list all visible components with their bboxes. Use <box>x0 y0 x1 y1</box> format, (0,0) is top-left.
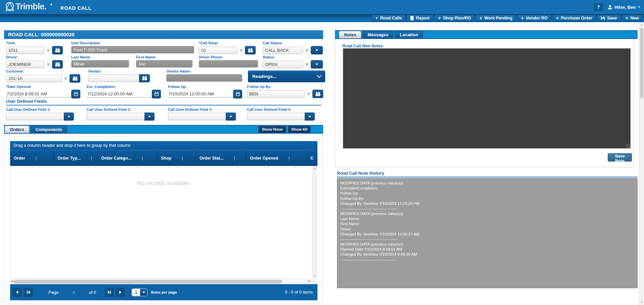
user-menu[interactable]: Hilse, Ben ▼ <box>608 5 641 10</box>
column-menu-icon[interactable]: ⋮ <box>89 156 94 161</box>
date-opened-input[interactable] <box>6 91 71 98</box>
clear-icon[interactable]: × <box>307 91 310 97</box>
vendor-search-button[interactable] <box>139 74 150 82</box>
clear-icon[interactable]: × <box>47 62 50 67</box>
clear-icon[interactable]: × <box>64 76 67 81</box>
purchase-order-button[interactable]: + Purchase Order <box>552 15 596 21</box>
show-all-button[interactable]: Show All <box>288 126 310 133</box>
orders-grid: Drag a column header and drop it here to… <box>10 141 317 300</box>
clear-icon[interactable]: × <box>305 62 308 67</box>
customer-input[interactable] <box>6 75 62 82</box>
last-page-button[interactable] <box>105 288 114 297</box>
page-size-select[interactable]: 1 <box>132 289 147 296</box>
scrollbar-thumb[interactable] <box>13 280 282 284</box>
call-shop-input[interactable] <box>199 47 237 54</box>
vendor-input[interactable] <box>88 75 140 82</box>
column-menu-icon[interactable]: ⋮ <box>180 156 184 161</box>
status-input[interactable] <box>263 61 303 68</box>
grid-pager: Page 0 of 0 1 items per page 0 - 0 of 0 … <box>10 284 317 300</box>
tab-location[interactable]: Location <box>395 31 423 38</box>
grid-horizontal-scrollbar[interactable]: ◀ ▶ <box>10 278 317 284</box>
grid-empty-message: No records available. <box>10 166 317 187</box>
new-button[interactable]: + New <box>622 15 643 21</box>
grid-vertical-scrollbar[interactable]: ▲ ▼ <box>312 166 317 278</box>
column-header-shop[interactable]: Shop⋮ <box>157 150 196 166</box>
unit-description-label: Unit Description: <box>71 41 194 45</box>
column-header-order[interactable]: Order⋮ <box>10 150 54 166</box>
follow-up-input[interactable] <box>168 91 233 98</box>
est-completion-calendar-button[interactable] <box>152 90 161 98</box>
resize-grip-icon[interactable] <box>626 144 630 148</box>
udf1-input[interactable] <box>6 113 65 120</box>
brand-caret-icon[interactable]: ▼ <box>50 3 53 6</box>
tab-orders[interactable]: Orders <box>5 126 29 133</box>
scroll-up-icon[interactable]: ▲ <box>312 166 317 171</box>
work-pending-button[interactable]: + Work Pending <box>476 15 516 21</box>
show-none-button[interactable]: Show None <box>259 126 286 133</box>
user-menu-caret-icon: ▼ <box>638 5 641 9</box>
column-header-order-category[interactable]: Order Catego...⋮ <box>97 150 157 166</box>
previous-page-button[interactable] <box>13 288 22 297</box>
tab-messages[interactable]: Messages <box>362 31 393 38</box>
new-notes-textarea[interactable] <box>343 48 631 148</box>
help-button[interactable]: ? <box>594 3 603 11</box>
unit-input[interactable] <box>6 47 44 54</box>
udf4-input[interactable] <box>247 113 305 120</box>
current-page-value[interactable]: 0 <box>62 290 85 295</box>
customer-search-button[interactable] <box>70 74 80 83</box>
column-header-truncated[interactable]: C <box>307 150 317 166</box>
scroll-up-icon[interactable]: ▲ <box>639 22 644 27</box>
status-dropdown-button[interactable] <box>311 60 323 69</box>
customer-label: Customer: <box>6 69 80 73</box>
column-header-order-status[interactable]: Order Stat...⋮ <box>196 150 246 166</box>
follow-up-calendar-button[interactable] <box>233 90 242 98</box>
vendor-ro-button[interactable]: + Vendor RO <box>517 15 551 21</box>
tab-notes[interactable]: Notes <box>339 31 361 38</box>
save-note-button[interactable]: Save Note <box>608 153 632 162</box>
tab-components[interactable]: Components <box>31 126 67 133</box>
first-page-button[interactable] <box>24 288 33 297</box>
clear-icon[interactable]: × <box>305 48 308 53</box>
column-menu-icon[interactable]: ⋮ <box>140 156 144 161</box>
follow-up-by-input[interactable] <box>247 90 305 98</box>
clear-icon[interactable]: × <box>47 48 50 53</box>
unit-search-button[interactable] <box>52 46 63 54</box>
udf3-dropdown-button[interactable] <box>226 113 236 121</box>
report-button[interactable]: Report <box>406 15 433 21</box>
follow-up-by-search-button[interactable] <box>312 90 323 98</box>
column-menu-icon[interactable]: ⋮ <box>34 156 38 161</box>
road-calls-button[interactable]: ▼ Road Calls <box>372 15 406 21</box>
shop-plan-ro-button[interactable]: + Shop Plan/RO <box>434 15 475 21</box>
clear-icon[interactable]: × <box>240 48 243 53</box>
column-header-order-opened[interactable]: Order Opened⋮ <box>246 150 307 166</box>
first-name-field: First Name: <box>136 55 192 68</box>
udf2-dropdown-button[interactable] <box>144 113 155 121</box>
scrollbar-thumb[interactable] <box>640 28 643 98</box>
driver-input[interactable] <box>6 61 44 68</box>
scroll-down-icon[interactable]: ▼ <box>312 274 317 278</box>
page-size-dropdown-button[interactable] <box>140 289 147 296</box>
call-shop-search-button[interactable] <box>245 46 256 54</box>
readings-button[interactable]: Readings... <box>248 71 325 82</box>
udf4-dropdown-button[interactable] <box>305 113 315 121</box>
date-opened-calendar-button[interactable] <box>71 90 80 98</box>
column-header-order-type[interactable]: Order Typ...⋮ <box>54 150 97 166</box>
est-completion-input[interactable] <box>87 91 152 98</box>
udf2-input[interactable] <box>87 113 145 120</box>
column-menu-icon[interactable]: ⋮ <box>232 156 237 161</box>
binoculars-icon <box>72 76 78 81</box>
call-status-dropdown-button[interactable] <box>311 46 323 54</box>
driver-search-button[interactable] <box>52 60 63 69</box>
call-status-input[interactable] <box>263 47 303 54</box>
scroll-down-icon[interactable]: ▼ <box>639 300 644 305</box>
column-menu-icon[interactable]: ⋮ <box>287 156 291 161</box>
trimble-logo[interactable]: Trimble. ▼ <box>4 1 53 13</box>
scroll-left-icon[interactable]: ◀ <box>11 279 13 283</box>
udf1-dropdown-button[interactable] <box>64 113 74 121</box>
save-button[interactable]: Save <box>597 15 620 21</box>
udf3-input[interactable] <box>168 113 226 120</box>
scroll-right-icon[interactable]: ▶ <box>308 279 311 283</box>
page-vertical-scrollbar[interactable]: ▲ ▼ <box>639 22 644 305</box>
udf1-field: Call User Defined Field 1: <box>6 107 74 121</box>
next-page-button[interactable] <box>116 288 125 297</box>
